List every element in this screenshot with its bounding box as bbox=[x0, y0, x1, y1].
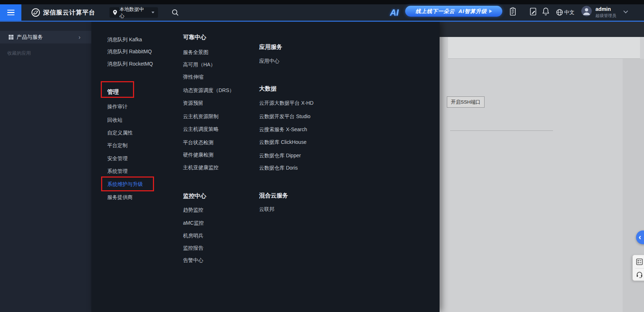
banner-arrow-icon bbox=[489, 9, 492, 13]
sidebar: 产品与服务 › 收藏的应用 bbox=[0, 22, 91, 312]
sidebar-item-products-services[interactable]: 产品与服务 › bbox=[0, 31, 91, 43]
menu-item[interactable]: 高可用（HA） bbox=[183, 62, 215, 68]
menu-section-header: 监控中心 bbox=[183, 192, 206, 200]
headset-support-icon[interactable] bbox=[636, 271, 643, 278]
chevron-right-icon: › bbox=[79, 34, 80, 40]
menu-item[interactable]: 资源预留 bbox=[183, 100, 203, 107]
username: admin bbox=[595, 6, 611, 12]
page-top-dark-band bbox=[440, 22, 644, 37]
menu-item[interactable]: 弹性伸缩 bbox=[183, 74, 203, 80]
mega-menu-panel: 消息队列 Kafka消息队列 RabbitMQ消息队列 RocketMQ管理操作… bbox=[91, 22, 440, 312]
clipboard-icon[interactable] bbox=[509, 7, 516, 16]
menu-item[interactable]: 回收站 bbox=[107, 117, 122, 124]
platform-title: 深信服云计算平台 bbox=[43, 4, 95, 21]
menu-item[interactable]: 云数据仓库 Dipper bbox=[259, 153, 301, 159]
app-root: 开启SSH端口 ‹ 产品与服务 › 收藏的应用 消息队列 Kafka消息队列 R… bbox=[0, 0, 644, 312]
header-accent-line bbox=[0, 21, 644, 22]
background-page: 开启SSH端口 bbox=[440, 22, 644, 312]
page-divider bbox=[450, 130, 553, 131]
top-black-strip bbox=[0, 0, 644, 4]
chevron-down-icon[interactable] bbox=[623, 9, 628, 13]
page-toolbar-band bbox=[448, 37, 640, 59]
ai-promo-banner[interactable]: 线上线下一朵云 AI智算升级 bbox=[405, 6, 502, 17]
floating-tools-panel bbox=[632, 255, 644, 281]
menu-item[interactable]: 服务全景图 bbox=[183, 49, 208, 56]
app-grid-icon bbox=[9, 35, 13, 39]
menu-item[interactable]: 安全管理 bbox=[107, 155, 128, 162]
menu-item[interactable]: 云联邦 bbox=[259, 206, 274, 213]
favorites-label: 收藏的应用 bbox=[7, 50, 31, 57]
menu-item[interactable]: 云数据开发平台 Studio bbox=[259, 113, 311, 120]
menu-section-header: 应用服务 bbox=[259, 43, 282, 51]
datacenter-selector[interactable]: 本地数据中心 bbox=[109, 7, 158, 18]
menu-section-header: 混合云服务 bbox=[259, 192, 288, 200]
menu-item[interactable]: 告警中心 bbox=[183, 257, 203, 264]
menu-item[interactable]: 应用中心 bbox=[259, 58, 279, 65]
bell-icon[interactable] bbox=[542, 7, 549, 16]
menu-item[interactable]: 系统维护与升级 bbox=[107, 181, 143, 188]
menu-item[interactable]: 主机亚健康监控 bbox=[183, 165, 219, 171]
sidebar-item-label: 产品与服务 bbox=[17, 34, 43, 41]
language-switch[interactable]: 中文 bbox=[564, 4, 574, 21]
menu-section-header: 大数据 bbox=[259, 85, 277, 93]
survey-form-icon[interactable] bbox=[636, 258, 643, 265]
open-ssh-port-button[interactable]: 开启SSH端口 bbox=[447, 96, 485, 108]
menu-right-edge bbox=[440, 22, 440, 312]
menu-item[interactable]: 云数据仓库 Doris bbox=[259, 165, 298, 171]
chevron-left-icon: ‹ bbox=[639, 233, 641, 242]
user-role: 超级管理员 bbox=[595, 13, 616, 18]
menu-item[interactable]: 云开源大数据平台 X-HD bbox=[259, 100, 313, 107]
globe-icon[interactable] bbox=[556, 8, 563, 17]
menu-item[interactable]: 动态资源调度（DRS） bbox=[183, 87, 234, 94]
menu-item[interactable]: aMC监控 bbox=[183, 220, 204, 226]
menu-item[interactable]: 自定义属性 bbox=[107, 130, 133, 136]
hamburger-menu-icon[interactable] bbox=[0, 4, 21, 21]
menu-item[interactable]: 操作审计 bbox=[107, 104, 128, 110]
menu-item[interactable]: 消息队列 RocketMQ bbox=[107, 61, 153, 67]
top-header-bar: 深信服云计算平台 本地数据中心 AI 线上线下一朵云 AI智算升级 bbox=[0, 4, 644, 21]
menu-section-header: 管理 bbox=[107, 88, 119, 96]
menu-item[interactable]: 监控报告 bbox=[183, 245, 203, 251]
menu-item[interactable]: 云主机资源限制 bbox=[183, 113, 219, 120]
menu-item[interactable]: 平台定制 bbox=[107, 142, 128, 149]
panel-separator bbox=[635, 268, 644, 269]
menu-item[interactable]: 平台状态检测 bbox=[183, 140, 213, 146]
menu-item[interactable]: 服务提供商 bbox=[107, 194, 133, 201]
menu-item[interactable]: 机房哨兵 bbox=[183, 233, 203, 239]
brand-logo-icon bbox=[31, 8, 40, 17]
menu-item[interactable]: 趋势监控 bbox=[183, 207, 203, 213]
menu-item[interactable]: 系统管理 bbox=[107, 168, 128, 175]
menu-item[interactable]: 云主机调度策略 bbox=[183, 126, 219, 133]
menu-item[interactable]: 云搜索服务 X-Search bbox=[259, 126, 307, 133]
menu-item[interactable]: 硬件健康检测 bbox=[183, 152, 213, 158]
file-edit-icon[interactable] bbox=[529, 7, 537, 16]
menu-section-header: 可靠中心 bbox=[183, 34, 206, 41]
location-pin-icon bbox=[113, 10, 117, 15]
menu-item[interactable]: 消息队列 RabbitMQ bbox=[107, 49, 152, 55]
ai-banner-text: 线上线下一朵云 AI智算升级 bbox=[415, 8, 487, 15]
user-avatar[interactable] bbox=[581, 6, 592, 16]
menu-item[interactable]: 消息队列 Kafka bbox=[107, 37, 142, 43]
ai-banner-logo: AI bbox=[383, 5, 405, 20]
datacenter-label: 本地数据中心 bbox=[120, 6, 148, 19]
menu-item[interactable]: 云数据库 ClickHouse bbox=[259, 139, 307, 146]
caret-down-icon bbox=[151, 12, 154, 13]
search-icon[interactable] bbox=[171, 9, 179, 16]
